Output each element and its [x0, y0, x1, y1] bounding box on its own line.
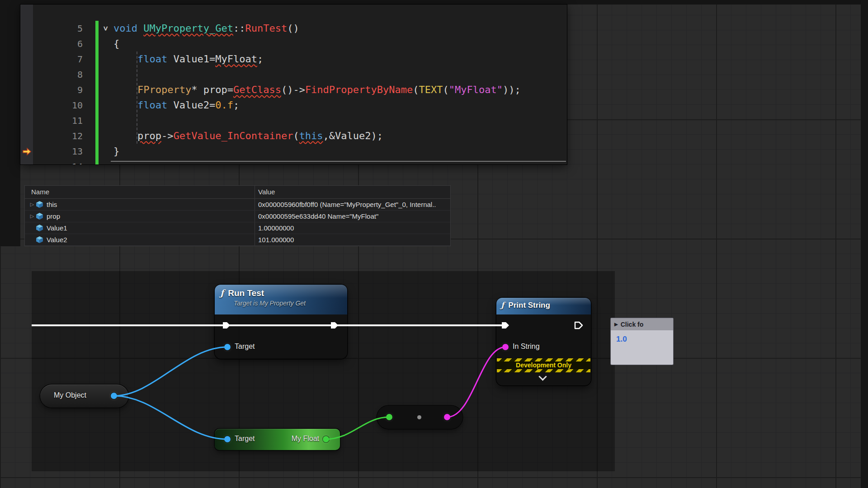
watch-value[interactable]: 0x00000595e633dd40 Name="MyFloat" [258, 212, 378, 220]
line-number: 8 [33, 67, 95, 82]
code-line[interactable]: 12 prop->GetValue_InContainer(this,&Valu… [20, 128, 567, 144]
code-token: * prop= [191, 84, 233, 95]
expander-icon[interactable]: ▷ [28, 202, 36, 207]
code-token: GetClass [233, 84, 281, 95]
reroute-out-pin[interactable] [444, 414, 450, 420]
object-output-pin[interactable] [111, 393, 117, 399]
code-line[interactable]: 6{ [20, 36, 567, 52]
code-token: ( [293, 130, 299, 141]
run-test-header[interactable]: ƒRun Test Target is My Property Get [215, 285, 347, 314]
code-line[interactable]: 5void UMyProperty_Get::RunTest()> [20, 21, 567, 36]
reroute-in-pin[interactable] [386, 414, 392, 420]
my-float-output-pin[interactable] [323, 436, 329, 442]
code-text[interactable]: FProperty* prop=GetClass()->FindProperty… [99, 82, 521, 98]
watch-value[interactable]: 101.000000 [258, 236, 294, 244]
debug-value-number[interactable]: 1.0 [611, 330, 673, 344]
code-editor[interactable]: 5void UMyProperty_Get::RunTest()>6{7 flo… [20, 5, 567, 164]
function-icon: ƒ [220, 288, 224, 298]
breakpoint-margin[interactable] [20, 36, 33, 52]
code-text[interactable]: } [99, 144, 119, 159]
variable-label: My Object [54, 391, 86, 399]
breakpoint-margin[interactable] [20, 98, 33, 113]
change-bar [95, 159, 99, 164]
code-token: ( [413, 84, 419, 95]
expand-chevron-icon[interactable] [538, 372, 547, 380]
watch-row[interactable]: ▷this0x000005960fbf0ff0 (Name="MyPropert… [25, 199, 450, 211]
editor-scrollbar[interactable] [111, 161, 566, 162]
code-token: -> [161, 130, 174, 141]
code-line[interactable]: 14 [20, 159, 567, 164]
exec-in-pin[interactable] [500, 320, 510, 330]
code-token: Value1= [167, 53, 215, 65]
print-string-header[interactable]: ƒPrint String [496, 298, 591, 314]
my-object-node[interactable]: My Object [40, 385, 128, 408]
code-token: Value2= [167, 99, 215, 111]
code-line[interactable]: 9 FProperty* prop=GetClass()->FindProper… [20, 82, 567, 98]
code-token: FindPropertyByName [305, 84, 413, 95]
exec-out-pin[interactable] [574, 320, 584, 330]
change-bar [95, 98, 99, 113]
code-token: float [137, 53, 167, 65]
breakpoint-margin[interactable] [20, 67, 33, 82]
get-my-float-node[interactable]: Target My Float [215, 429, 340, 450]
my-float-pin-label: My Float [292, 435, 319, 443]
code-line[interactable]: 11 [20, 113, 567, 128]
run-test-node[interactable]: ƒRun Test Target is My Property Get Targ… [215, 285, 347, 359]
watch-value[interactable]: 1.00000000 [258, 224, 294, 232]
code-token: ( [443, 84, 449, 95]
code-line[interactable]: 13} [20, 144, 567, 159]
line-number: 13 [33, 144, 95, 159]
code-text[interactable] [99, 67, 113, 82]
breakpoint-margin[interactable] [20, 52, 33, 67]
watch-row[interactable]: ▷prop0x00000595e633dd40 Name="MyFloat" [25, 211, 450, 222]
exec-in-pin[interactable] [222, 320, 231, 330]
code-line[interactable]: 10 float Value2=0.f; [20, 98, 567, 113]
code-token: this [299, 130, 323, 141]
watch-name[interactable]: Value1 [47, 224, 67, 232]
line-number: 14 [33, 159, 95, 164]
breakpoint-margin[interactable] [20, 82, 33, 98]
watch-name[interactable]: this [47, 201, 57, 208]
breakpoint-margin[interactable] [20, 21, 33, 36]
code-lines[interactable]: 5void UMyProperty_Get::RunTest()>6{7 flo… [20, 5, 567, 164]
reroute-knot-icon[interactable] [417, 415, 421, 419]
watch-window[interactable]: Name Value ▷this0x000005960fbf0ff0 (Name… [25, 186, 450, 246]
change-bar [95, 52, 99, 67]
watch-name[interactable]: prop [47, 212, 60, 220]
print-string-node[interactable]: ƒPrint String In String Development Only [496, 298, 591, 385]
watch-rows: ▷this0x000005960fbf0ff0 (Name="MyPropert… [25, 199, 450, 246]
fold-chevron-icon[interactable]: > [104, 21, 113, 36]
breakpoint-margin[interactable] [20, 128, 33, 144]
code-token [113, 99, 137, 111]
breakpoint-margin[interactable] [20, 144, 33, 159]
code-text[interactable]: float Value2=0.f; [99, 98, 239, 113]
reroute-node[interactable] [377, 406, 462, 429]
code-token [113, 84, 137, 95]
code-text[interactable]: void UMyProperty_Get::RunTest() [99, 21, 299, 36]
breakpoint-margin[interactable] [20, 159, 33, 164]
breakpoint-margin[interactable] [20, 113, 33, 128]
code-token: TEXT [419, 84, 443, 95]
value-column-header[interactable]: Value [258, 188, 275, 196]
watch-value[interactable]: 0x000005960fbf0ff0 (Name="MyProperty_Get… [258, 201, 436, 208]
code-text[interactable]: prop->GetValue_InContainer(this,&Value2)… [99, 128, 383, 144]
watch-name[interactable]: Value2 [47, 236, 67, 244]
code-text[interactable]: float Value1=MyFloat; [99, 52, 263, 67]
target-pin[interactable] [224, 344, 231, 350]
watch-row[interactable]: Value11.00000000 [25, 222, 450, 234]
target-pin[interactable] [224, 436, 231, 442]
exec-out-pin[interactable] [330, 320, 340, 330]
debug-value-node[interactable]: ▶ Click fo 1.0 [611, 318, 673, 365]
code-text[interactable] [99, 113, 113, 128]
name-column-header[interactable]: Name [31, 188, 49, 196]
code-token: )); [503, 84, 521, 95]
code-line[interactable]: 8 [20, 67, 567, 82]
code-text[interactable] [99, 159, 113, 164]
code-line[interactable]: 7 float Value1=MyFloat; [20, 52, 567, 67]
code-text[interactable]: { [99, 36, 119, 52]
debug-value-label: Click fo [621, 321, 644, 328]
expander-icon[interactable]: ▷ [28, 213, 36, 219]
in-string-pin[interactable] [502, 344, 509, 350]
watch-row[interactable]: Value2101.000000 [25, 234, 450, 246]
debug-value-header[interactable]: ▶ Click fo [611, 318, 673, 330]
